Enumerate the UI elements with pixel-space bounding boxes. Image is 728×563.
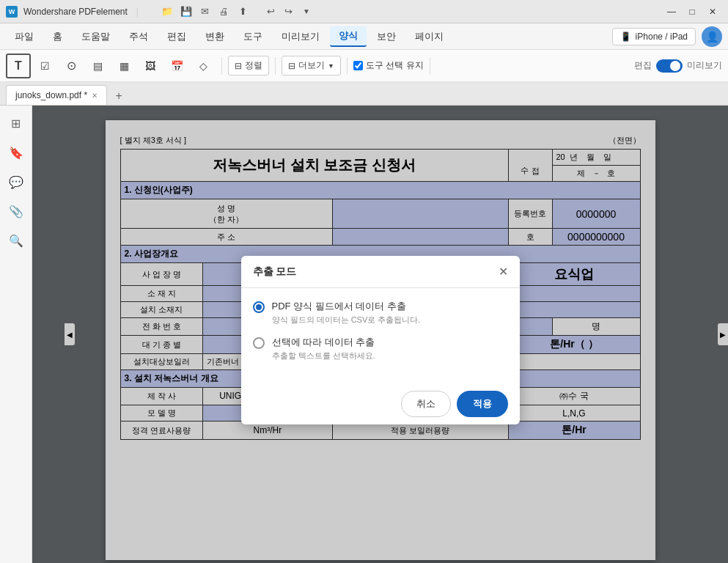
cancel-button[interactable]: 취소 — [401, 391, 451, 417]
tab-close-icon[interactable]: ✕ — [92, 92, 98, 100]
extract-mode-modal: 추출 모드 ✕ PDF 양식 필드에서 데이터 추출 양식 필드의 데이터는 C… — [241, 256, 520, 424]
display-group: ⊟ 더보기 ▼ — [282, 56, 341, 76]
display-icon: ⊟ — [288, 61, 295, 71]
option2-radio[interactable] — [253, 337, 265, 349]
thumbnail-icon[interactable]: ⊞ — [4, 111, 28, 135]
toolbar-separator-1 — [221, 57, 222, 75]
redo-button[interactable]: ↪ — [281, 4, 297, 20]
text-field-tool[interactable]: T — [6, 54, 31, 78]
option2-label: 선택에 따라 데이터 추출 — [272, 336, 375, 349]
iphone-ipad-button[interactable]: 📱 iPhone / iPad — [612, 28, 696, 45]
option1-group[interactable]: PDF 양식 필드에서 데이터 추출 양식 필드의 데이터는 CSV로 추출됩니… — [253, 300, 508, 325]
menu-convert[interactable]: 변환 — [196, 27, 233, 46]
modal-body: PDF 양식 필드에서 데이터 추출 양식 필드의 데이터는 CSV로 추출됩니… — [241, 288, 520, 383]
print-icon[interactable]: 🖨 — [216, 4, 232, 20]
display-button[interactable]: ⊟ 더보기 ▼ — [282, 56, 341, 76]
edit-label: 편집 — [634, 59, 652, 72]
iphone-ipad-label: iPhone / iPad — [636, 32, 688, 42]
toolbar: T ☑ ⊙ ▤ ▦ 🖼 📅 ◇ ⊟ 정렬 ⊟ 더보기 ▼ 도구 선택 유지 편집… — [0, 50, 728, 82]
bookmark-icon[interactable]: 🔖 — [4, 141, 28, 164]
search-icon[interactable]: 🔍 — [4, 229, 28, 252]
menu-edit[interactable]: 편집 — [158, 27, 195, 46]
toolbar-separator-3 — [347, 57, 348, 75]
app-name: Wondershare PDFelement — [23, 7, 128, 17]
close-button[interactable]: ✕ — [703, 4, 722, 19]
maintain-selection-checkbox[interactable] — [353, 61, 363, 70]
minimize-button[interactable]: — — [662, 4, 681, 19]
modal-header: 추출 모드 ✕ — [241, 256, 520, 288]
modal-overlay: 추출 모드 ✕ PDF 양식 필드에서 데이터 추출 양식 필드의 데이터는 C… — [106, 120, 655, 560]
undo-button[interactable]: ↩ — [263, 4, 279, 20]
option1-radio[interactable] — [253, 301, 265, 313]
menu-bar: 파일 홈 도움말 주석 편집 변환 도구 미리보기 양식 보안 페이지 📱 iP… — [0, 23, 728, 50]
modal-title: 추출 모드 — [253, 265, 297, 279]
maintain-selection-group: 도구 선택 유지 — [353, 59, 424, 72]
pdf-area: ◀ [ 별지 제3호 서식 ] （전면） 저녹스버너 설치 보조금 신청서 접수… — [32, 106, 728, 563]
title-toolbar: 📁 💾 ✉ 🖨 ⬆ — [159, 4, 251, 20]
option1-sublabel: 양식 필드의 데이터는 CSV로 추출됩니다. — [272, 314, 421, 325]
share-icon[interactable]: ⬆ — [235, 4, 251, 20]
toggle-knob — [670, 61, 680, 71]
right-collapse-arrow[interactable]: ▶ — [718, 323, 728, 345]
left-collapse-arrow[interactable]: ◀ — [65, 323, 75, 345]
title-bar: W Wondershare PDFelement | 📁 💾 ✉ 🖨 ⬆ ↩ ↪… — [0, 0, 728, 23]
mobile-icon: 📱 — [620, 32, 631, 42]
menu-preview[interactable]: 미리보기 — [273, 27, 328, 46]
save-icon[interactable]: 💾 — [178, 4, 194, 20]
email-icon[interactable]: ✉ — [197, 4, 213, 20]
tab-label: junoks_down.pdf * — [15, 90, 87, 100]
apply-button[interactable]: 적용 — [457, 391, 508, 417]
pdf-document: [ 별지 제3호 서식 ] （전면） 저녹스버너 설치 보조금 신청서 접수 2… — [106, 120, 655, 560]
option1-label: PDF 양식 필드에서 데이터 추출 — [272, 300, 421, 313]
modal-close-button[interactable]: ✕ — [499, 265, 508, 279]
option2-text: 선택에 따라 데이터 추출 추출할 텍스트를 선택하세요. — [272, 336, 375, 361]
list-tool[interactable]: ▤ — [85, 54, 110, 78]
image-tool[interactable]: 🖼 — [138, 54, 163, 78]
menu-file[interactable]: 파일 — [6, 27, 43, 46]
maintain-selection-label: 도구 선택 유지 — [366, 59, 424, 72]
main-area: ⊞ 🔖 💬 📎 🔍 ◀ [ 별지 제3호 서식 ] （전면） 저녹스버너 설치 … — [0, 106, 728, 563]
edit-preview-toggle[interactable] — [656, 59, 683, 73]
tab-bar: junoks_down.pdf * ✕ + — [0, 82, 728, 106]
menu-right-group: 📱 iPhone / iPad 👤 — [612, 26, 722, 47]
date-tool[interactable]: 📅 — [164, 54, 189, 78]
toolbar-separator-4 — [430, 57, 430, 75]
user-avatar[interactable]: 👤 — [702, 26, 722, 47]
align-icon: ⊟ — [235, 61, 242, 71]
radio-tool[interactable]: ⊙ — [59, 54, 84, 78]
align-button[interactable]: ⊟ 정렬 — [228, 56, 269, 76]
align-label: 정렬 — [245, 59, 262, 72]
align-group: ⊟ 정렬 — [228, 56, 269, 76]
display-label: 더보기 — [298, 59, 325, 72]
chevron-down-icon: ▼ — [328, 62, 334, 70]
option2-sublabel: 추출할 텍스트를 선택하세요. — [272, 350, 375, 361]
comment-icon[interactable]: 💬 — [4, 170, 28, 194]
document-tab[interactable]: junoks_down.pdf * ✕ — [6, 85, 107, 105]
add-tab-button[interactable]: + — [110, 87, 128, 105]
menu-help[interactable]: 도움말 — [73, 27, 119, 46]
toolbar-separator-2 — [275, 57, 276, 75]
option2-group[interactable]: 선택에 따라 데이터 추출 추출할 텍스트를 선택하세요. — [253, 336, 508, 361]
form-tools-group: T ☑ ⊙ ▤ ▦ 🖼 📅 ◇ — [6, 54, 216, 78]
app-icon: W — [6, 6, 18, 18]
preview-label: 미리보기 — [687, 59, 722, 72]
menu-annotate[interactable]: 주석 — [120, 27, 157, 46]
combo-tool[interactable]: ▦ — [111, 54, 136, 78]
checkbox-tool[interactable]: ☑ — [32, 54, 57, 78]
attachment-icon[interactable]: 📎 — [4, 199, 28, 223]
left-panel: ⊞ 🔖 💬 📎 🔍 — [0, 106, 32, 563]
maximize-button[interactable]: □ — [683, 4, 702, 19]
menu-form[interactable]: 양식 — [330, 26, 367, 47]
more-button[interactable]: ▼ — [298, 4, 315, 20]
menu-tools[interactable]: 도구 — [235, 27, 271, 46]
menu-security[interactable]: 보안 — [368, 27, 405, 46]
open-icon[interactable]: 📁 — [159, 4, 175, 20]
undo-redo-group: ↩ ↪ ▼ — [263, 4, 315, 20]
window-controls: — □ ✕ — [662, 4, 722, 19]
shape-tool[interactable]: ◇ — [191, 54, 216, 78]
edit-preview-group: 편집 미리보기 — [634, 59, 722, 73]
modal-footer: 취소 적용 — [241, 383, 520, 424]
option1-text: PDF 양식 필드에서 데이터 추출 양식 필드의 데이터는 CSV로 추출됩니… — [272, 300, 421, 325]
menu-page[interactable]: 페이지 — [406, 27, 452, 46]
menu-home[interactable]: 홈 — [44, 27, 71, 46]
